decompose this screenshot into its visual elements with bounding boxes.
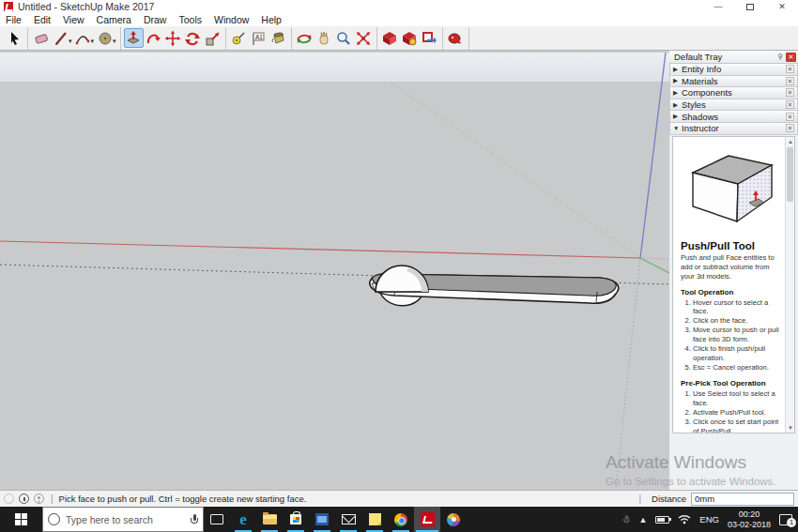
rotate-tool-button[interactable] [183, 28, 203, 48]
getting-started-toolbar: ▾ ▾ ▾ [0, 26, 798, 51]
section-close-icon[interactable]: ✕ [786, 88, 794, 97]
section-close-icon[interactable]: ✕ [786, 77, 794, 85]
eraser-tool-button[interactable] [31, 28, 51, 48]
viewport-scene [0, 51, 669, 490]
language-indicator[interactable]: ENG [699, 514, 719, 524]
shapes-tool-button[interactable] [95, 28, 115, 48]
taskbar-photos[interactable] [309, 507, 335, 532]
instructor-heading: Push/Pull Tool [681, 240, 779, 251]
credits-icon[interactable] [19, 494, 29, 504]
section-close-icon[interactable]: ✕ [786, 124, 794, 132]
menu-edit[interactable]: Edit [34, 14, 51, 25]
close-button[interactable]: ✕ [766, 0, 798, 13]
tray-section-styles[interactable]: ▶ Styles ✕ [669, 99, 798, 112]
tray-header[interactable]: Default Tray ⚲ ✕ [669, 51, 798, 64]
edge-icon: e [239, 510, 247, 529]
model-info-button[interactable] [446, 28, 466, 48]
wifi-icon[interactable] [678, 514, 691, 524]
menu-file[interactable]: File [6, 14, 22, 25]
pin-icon[interactable]: ⚲ [777, 53, 783, 61]
taskbar-mail[interactable] [335, 507, 361, 532]
pre-pick-list: Use Select tool to select a face. Activa… [681, 389, 779, 433]
sketchup-icon [421, 512, 435, 526]
battery-icon[interactable] [655, 516, 669, 524]
send-to-layout-button[interactable] [420, 28, 439, 48]
push-pull-illustration [682, 144, 779, 233]
sticky-notes-icon [369, 513, 381, 525]
section-close-icon[interactable]: ✕ [786, 65, 794, 73]
scale-tool-button[interactable] [203, 28, 223, 48]
arc-tool-button[interactable] [73, 28, 93, 48]
tape-measure-tool-button[interactable] [229, 28, 249, 48]
section-close-icon[interactable]: ✕ [786, 100, 794, 109]
sky-band [0, 53, 669, 82]
store-icon [290, 514, 301, 524]
menu-draw[interactable]: Draw [144, 14, 167, 25]
tray-section-instructor[interactable]: ▼ Instructor ✕ [669, 123, 798, 135]
maximize-button[interactable] [734, 0, 766, 13]
menu-help[interactable]: Help [261, 14, 282, 25]
taskbar-chrome[interactable] [388, 507, 414, 532]
select-tool-button[interactable] [5, 28, 24, 48]
notification-center-icon[interactable]: 1 [779, 514, 792, 525]
zoom-extents-button[interactable] [354, 28, 374, 48]
svg-text:A1: A1 [255, 33, 263, 39]
hidden-icons-chevron[interactable]: ▲ [638, 515, 647, 524]
geolocation-icon[interactable] [4, 494, 14, 504]
taskbar-search-box[interactable]: Type here to search [42, 507, 204, 532]
orbit-tool-button[interactable] [295, 28, 315, 48]
window-title: Untitled - SketchUp Make 2017 [18, 1, 154, 12]
scroll-up-icon[interactable]: ▲ [786, 137, 795, 146]
taskbar-edge[interactable]: e [230, 507, 256, 532]
follow-me-tool-button[interactable] [144, 28, 163, 48]
microphone-icon[interactable] [191, 514, 198, 525]
sketchup-window: Untitled - SketchUp Make 2017 — ✕ File E… [0, 0, 798, 532]
task-view-button[interactable] [204, 507, 230, 532]
pan-tool-button[interactable] [315, 28, 334, 48]
scrollbar-thumb[interactable] [787, 147, 793, 202]
tray-section-shadows[interactable]: ▶ Shadows ✕ [669, 111, 798, 123]
move-tool-button[interactable] [163, 28, 183, 48]
start-button[interactable] [0, 507, 42, 532]
paint-bucket-tool-button[interactable] [269, 28, 288, 48]
tray-close-icon[interactable]: ✕ [786, 53, 796, 62]
extension-warehouse-button[interactable] [400, 28, 420, 48]
3d-warehouse-button[interactable] [380, 28, 400, 48]
minimize-button[interactable]: — [702, 0, 734, 13]
menu-tools[interactable]: Tools [178, 14, 202, 25]
tray-section-entity-info[interactable]: ▶ Entity Info ✕ [669, 64, 798, 76]
menu-view[interactable]: View [63, 14, 84, 25]
tool-operation-title: Tool Operation [681, 288, 779, 296]
taskbar-store[interactable] [283, 507, 309, 532]
distance-input[interactable] [691, 493, 794, 506]
chevron-right-icon: ▶ [673, 66, 682, 73]
clock[interactable]: 00:20 03-02-2018 [728, 509, 771, 529]
text-tool-button[interactable]: A1 [249, 28, 269, 48]
notification-badge: 1 [787, 518, 796, 527]
modeling-viewport[interactable] [0, 51, 669, 490]
tray-section-materials[interactable]: ▶ Materials ✕ [669, 76, 798, 88]
scroll-down-icon[interactable]: ▼ [786, 423, 795, 433]
windows-logo-icon [15, 513, 27, 525]
workspace: Default Tray ⚲ ✕ ▶ Entity Info ✕ ▶ Mater… [0, 51, 798, 490]
taskbar-file-explorer[interactable] [256, 507, 283, 532]
instructor-scrollbar[interactable]: ▲ ▼ [785, 137, 794, 433]
sign-in-icon[interactable] [34, 494, 44, 504]
taskbar-sketchup[interactable] [414, 507, 440, 532]
mail-icon [342, 514, 356, 524]
distance-label: Distance [652, 494, 686, 504]
section-close-icon[interactable]: ✕ [786, 113, 794, 121]
system-tray: ☃︎ ▲ ENG 00:20 03-02-2018 1 [622, 507, 798, 532]
tray-section-components[interactable]: ▶ Components ✕ [669, 87, 798, 99]
zoom-tool-button[interactable] [334, 28, 354, 48]
taskbar-paint[interactable] [440, 507, 467, 532]
clock-date: 03-02-2018 [728, 520, 771, 529]
taskbar-sticky-notes[interactable] [361, 507, 388, 532]
file-explorer-icon [263, 514, 277, 524]
instructor-intro: Push and pull Face entities to add or su… [681, 253, 779, 281]
menu-window[interactable]: Window [214, 14, 249, 25]
push-pull-tool-button[interactable] [124, 28, 144, 48]
line-tool-button[interactable] [51, 28, 70, 48]
people-icon[interactable]: ☃︎ [622, 514, 630, 524]
menu-camera[interactable]: Camera [97, 14, 131, 25]
